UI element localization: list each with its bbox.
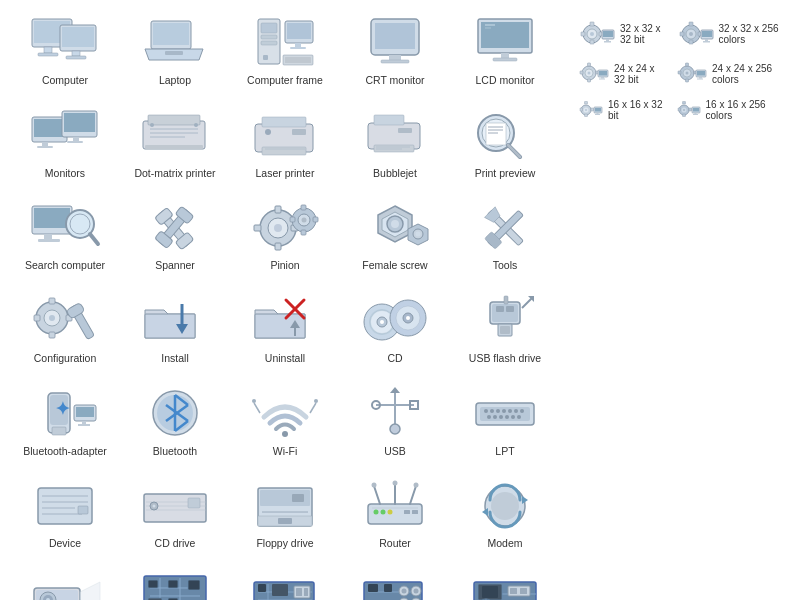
svg-rect-327: [689, 22, 693, 26]
svg-point-315: [590, 32, 594, 36]
svg-point-54: [265, 129, 271, 135]
icon-search-computer[interactable]: Search computer: [10, 195, 120, 278]
svg-marker-225: [80, 582, 100, 600]
svg-rect-93: [301, 230, 306, 235]
icon-projector[interactable]: Projector: [10, 566, 120, 600]
svg-rect-28: [481, 22, 529, 48]
icon-computer-frame[interactable]: Computer frame: [230, 10, 340, 93]
svg-point-109: [49, 315, 55, 321]
icon-tools[interactable]: Tools: [450, 195, 560, 278]
icon-label-router: Router: [379, 537, 411, 551]
icon-label-cd-drive: CD drive: [155, 537, 196, 551]
svg-point-211: [372, 482, 377, 487]
icon-spanner[interactable]: Spanner: [120, 195, 230, 278]
icon-pinion[interactable]: Pinion: [230, 195, 340, 278]
icon-lcd-monitor[interactable]: LCD monitor: [450, 10, 560, 93]
icon-female-screw[interactable]: Female screw: [340, 195, 450, 278]
icon-floppy-drive[interactable]: Floppy drive: [230, 473, 340, 556]
icon-label-uninstall: Uninstall: [265, 352, 305, 366]
icon-monitors[interactable]: Monitors: [10, 103, 120, 186]
svg-rect-32: [493, 58, 517, 61]
svg-rect-249: [304, 588, 308, 596]
icon-uninstall[interactable]: Uninstall: [230, 288, 340, 371]
svg-point-257: [402, 589, 407, 594]
icon-usb-flash[interactable]: USB flash drive: [450, 288, 560, 371]
svg-point-173: [496, 409, 500, 413]
svg-rect-135: [496, 306, 504, 312]
icon-label-wifi: Wi-Fi: [273, 445, 298, 459]
svg-rect-116: [145, 314, 195, 338]
icon-network-card[interactable]: Network card: [230, 566, 340, 600]
icon-label-pinion: Pinion: [270, 259, 299, 273]
svg-rect-214: [404, 510, 410, 514]
svg-rect-11: [165, 51, 183, 55]
icon-sound-card[interactable]: Sound card: [340, 566, 450, 600]
svg-rect-345: [599, 79, 605, 80]
icon-bluetooth[interactable]: Bluetooth: [120, 381, 230, 464]
icon-label-bluetooth: Bluetooth: [153, 445, 197, 459]
icon-label-dot-matrix: Dot-matrix printer: [134, 167, 215, 181]
svg-rect-38: [64, 113, 95, 132]
icon-laptop[interactable]: Laptop: [120, 10, 230, 93]
size-item-32-32-256[interactable]: 32 x 32 x 256 colors: [679, 20, 781, 48]
svg-point-177: [520, 409, 524, 413]
svg-rect-35: [42, 142, 48, 146]
svg-rect-86: [275, 243, 281, 250]
icon-cd[interactable]: CD: [340, 288, 450, 371]
svg-rect-322: [606, 39, 609, 41]
svg-rect-378: [693, 114, 698, 115]
size-item-16-16-256[interactable]: 16 x 16 x 256 colors: [678, 99, 780, 121]
svg-point-48: [194, 123, 198, 127]
icon-label-bubblejet: Bubblejet: [373, 167, 417, 181]
svg-point-180: [499, 415, 503, 419]
size-item-24-24-256[interactable]: 24 x 24 x 256 colors: [678, 62, 780, 85]
icon-router[interactable]: Router: [340, 473, 450, 556]
svg-rect-71: [44, 234, 52, 239]
svg-rect-145: [52, 427, 66, 435]
icon-crt-monitor[interactable]: CRT monitor: [340, 10, 450, 93]
svg-rect-9: [153, 23, 189, 45]
svg-rect-14: [261, 35, 277, 39]
svg-rect-373: [678, 108, 681, 111]
svg-point-127: [380, 320, 384, 324]
size-label-16-16-32bit: 16 x 16 x 32 bit: [608, 99, 664, 121]
svg-rect-356: [697, 79, 703, 80]
icon-install[interactable]: Install: [120, 288, 230, 371]
svg-rect-72: [38, 239, 60, 242]
svg-rect-36: [37, 146, 53, 148]
icon-dot-matrix[interactable]: Dot-matrix printer: [120, 103, 230, 186]
icon-computer[interactable]: Computer: [10, 10, 120, 93]
svg-rect-51: [262, 147, 306, 155]
svg-rect-139: [504, 296, 508, 304]
size-item-24-24-32bit[interactable]: 24 x 24 x 32 bit: [580, 62, 664, 85]
icon-usb[interactable]: USB: [340, 381, 450, 464]
icon-configuration[interactable]: Configuration: [10, 288, 120, 371]
svg-rect-111: [49, 332, 55, 338]
svg-line-75: [90, 234, 98, 244]
icon-device[interactable]: Device: [10, 473, 120, 556]
size-item-32-32-32bit[interactable]: 32 x 32 x 32 bit: [580, 20, 665, 48]
svg-point-161: [314, 399, 318, 403]
icon-modem[interactable]: Modem: [450, 473, 560, 556]
svg-point-179: [493, 415, 497, 419]
icon-bluetooth-adapter[interactable]: ✦ Bluetooth-adapter: [10, 381, 120, 464]
svg-rect-235: [168, 580, 178, 588]
svg-rect-318: [581, 32, 585, 36]
svg-point-172: [490, 409, 494, 413]
icon-bubblejet[interactable]: Bubblejet: [340, 103, 450, 186]
icon-print-preview[interactable]: Print preview: [450, 103, 560, 186]
size-label-32-32-256: 32 x 32 x 256 colors: [719, 23, 781, 45]
svg-rect-22: [285, 57, 311, 63]
svg-point-178: [487, 415, 491, 419]
icon-cd-drive[interactable]: CD drive: [120, 473, 230, 556]
icon-laser-printer[interactable]: Laser printer: [230, 103, 340, 186]
size-item-16-16-32bit[interactable]: 16 x 16 x 32 bit: [580, 99, 664, 121]
svg-point-102: [416, 231, 421, 236]
icon-wifi[interactable]: Wi-Fi: [230, 381, 340, 464]
icon-label-floppy-drive: Floppy drive: [256, 537, 313, 551]
icon-motherboard[interactable]: Motherboard: [120, 566, 230, 600]
icon-label-monitors: Monitors: [45, 167, 85, 181]
svg-point-205: [374, 509, 379, 514]
icon-lpt[interactable]: LPT: [450, 381, 560, 464]
icon-video-card[interactable]: Video card: [450, 566, 560, 600]
